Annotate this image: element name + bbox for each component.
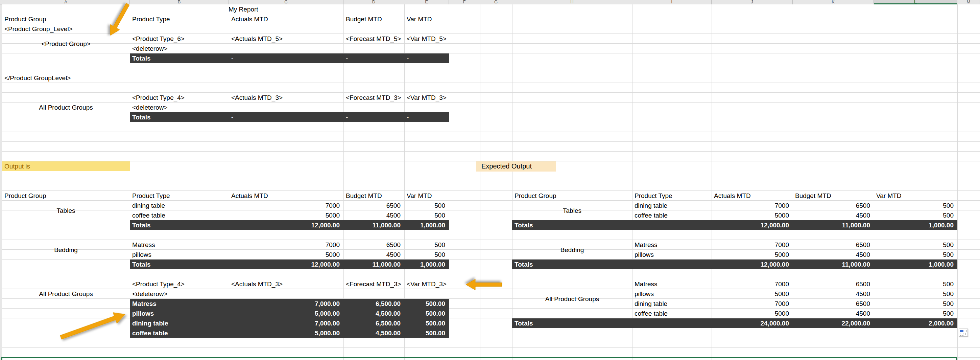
arrow-to-product-group[interactable] [105,2,132,38]
spreadsheet: A B C D E F G H I J K L M My Report Prod… [0,0,980,360]
arrow-to-dark-rows[interactable] [59,309,127,343]
arrow-to-var-mtd-3[interactable] [466,279,502,290]
annotation-arrows-layer [0,0,980,360]
